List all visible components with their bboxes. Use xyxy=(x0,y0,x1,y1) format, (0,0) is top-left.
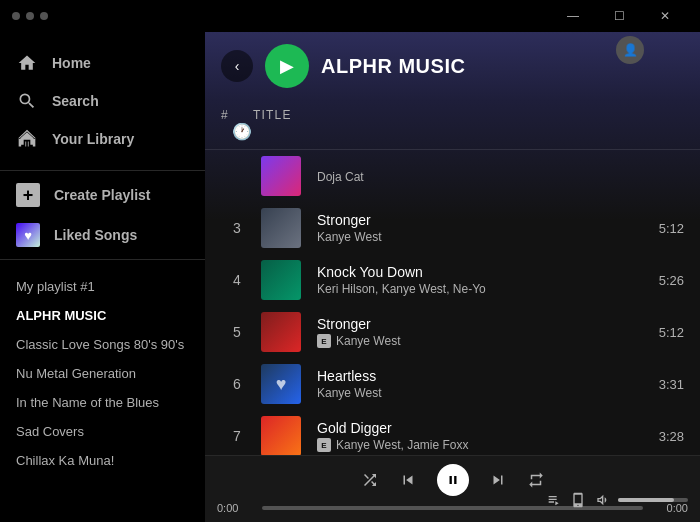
track-info: Gold Digger EKanye West, Jamie Foxx xyxy=(317,420,616,453)
track-num: 7 xyxy=(221,428,253,444)
track-thumbnail xyxy=(261,260,301,300)
track-artist: Kanye West xyxy=(317,386,616,400)
track-title: Stronger xyxy=(317,316,616,332)
library-label: Your Library xyxy=(52,131,134,147)
table-row[interactable]: 6 ♥ Heartless Kanye West 3:31 xyxy=(205,358,700,410)
track-artist: Kanye West xyxy=(317,230,616,244)
shuffle-button[interactable] xyxy=(361,471,379,489)
col-duration-icon: 🕐 xyxy=(221,122,253,141)
user-avatar[interactable]: 👤 xyxy=(616,36,644,64)
sidebar-item-search[interactable]: Search xyxy=(0,82,205,120)
search-icon xyxy=(16,90,38,112)
table-row[interactable]: 4 Knock You Down Keri Hilson, Kanye West… xyxy=(205,254,700,306)
dot-1 xyxy=(12,12,20,20)
track-thumbnail: ♥ xyxy=(261,364,301,404)
playlist-item[interactable]: In the Name of the Blues xyxy=(0,388,205,417)
track-title: Gold Digger xyxy=(317,420,616,436)
track-title: Stronger xyxy=(317,212,616,228)
sidebar-divider-1 xyxy=(0,170,205,171)
pause-button[interactable] xyxy=(437,464,469,496)
library-icon xyxy=(16,128,38,150)
track-info: Stronger EKanye West xyxy=(317,316,616,349)
create-playlist-item[interactable]: + Create Playlist xyxy=(0,175,205,215)
track-info: Knock You Down Keri Hilson, Kanye West, … xyxy=(317,264,616,296)
track-num: 5 xyxy=(221,324,253,340)
table-row[interactable]: 3 Stronger Kanye West 5:12 xyxy=(205,202,700,254)
playlist-item[interactable]: Sad Covers xyxy=(0,417,205,446)
repeat-button[interactable] xyxy=(527,471,545,489)
track-info: Heartless Kanye West xyxy=(317,368,616,400)
table-row[interactable]: 7 Gold Digger EKanye West, Jamie Foxx 3:… xyxy=(205,410,700,455)
track-duration: 5:26 xyxy=(624,273,684,288)
time-current: 0:00 xyxy=(217,502,252,514)
col-num: # xyxy=(221,108,253,122)
table-row[interactable]: 5 Stronger EKanye West 5:12 xyxy=(205,306,700,358)
track-thumbnail xyxy=(261,416,301,455)
liked-songs-item[interactable]: ♥ Liked Songs xyxy=(0,215,205,255)
sidebar-item-home[interactable]: Home xyxy=(0,44,205,82)
dot-2 xyxy=(26,12,34,20)
playlist-item[interactable]: Nu Metal Generation xyxy=(0,359,205,388)
playlist-item[interactable]: My playlist #1 xyxy=(0,272,205,301)
explicit-badge: E xyxy=(317,438,331,452)
track-num: 6 xyxy=(221,376,253,392)
track-rows: Doja Cat 3 Stronger Kanye West 5:12 4 Kn… xyxy=(205,150,700,455)
device-button[interactable] xyxy=(570,492,586,508)
track-thumbnail xyxy=(261,208,301,248)
track-artist: EKanye West, Jamie Foxx xyxy=(317,438,616,453)
volume-fill xyxy=(618,498,674,502)
volume-bar[interactable] xyxy=(618,498,688,502)
home-icon xyxy=(16,52,38,74)
track-duration: 3:31 xyxy=(624,377,684,392)
player-bar: 0:00 0:00 xyxy=(205,455,700,522)
track-duration: 3:28 xyxy=(624,429,684,444)
next-button[interactable] xyxy=(489,471,507,489)
main-layout: Home Search Your Library xyxy=(0,32,700,522)
track-artist: Keri Hilson, Kanye West, Ne-Yo xyxy=(317,282,616,296)
liked-songs-label: Liked Songs xyxy=(54,227,137,243)
explicit-badge: E xyxy=(317,334,331,348)
playlist-list: My playlist #1ALPHR MUSICClassic Love So… xyxy=(0,264,205,483)
track-title: Knock You Down xyxy=(317,264,616,280)
close-button[interactable]: ✕ xyxy=(642,0,688,32)
volume-button[interactable] xyxy=(594,492,610,508)
content-area: 👤 ‹ ▶ ALPHR MUSIC # TITLE 🕐 Doja Cat 3 xyxy=(205,32,700,522)
col-title: TITLE xyxy=(253,108,684,122)
back-button[interactable]: ‹ xyxy=(221,50,253,82)
track-duration: 5:12 xyxy=(624,221,684,236)
right-controls xyxy=(546,492,688,508)
home-label: Home xyxy=(52,55,91,71)
search-label: Search xyxy=(52,93,99,109)
track-title: Heartless xyxy=(317,368,616,384)
window-dots xyxy=(12,12,48,20)
track-duration: 5:12 xyxy=(624,325,684,340)
track-artist: EKanye West xyxy=(317,334,616,349)
prev-button[interactable] xyxy=(399,471,417,489)
playlist-title: ALPHR MUSIC xyxy=(321,55,465,78)
playlist-item[interactable]: Chillax Ka Muna! xyxy=(0,446,205,475)
minimize-button[interactable]: — xyxy=(550,0,596,32)
playlist-item[interactable]: Classic Love Songs 80's 90's xyxy=(0,330,205,359)
track-artist: Doja Cat xyxy=(317,170,616,184)
track-thumbnail xyxy=(261,156,301,196)
dot-3 xyxy=(40,12,48,20)
track-info: Stronger Kanye West xyxy=(317,212,616,244)
track-thumbnail xyxy=(261,312,301,352)
track-info: Doja Cat xyxy=(317,168,616,184)
table-row[interactable]: Doja Cat xyxy=(205,150,700,202)
sidebar-item-library[interactable]: Your Library xyxy=(0,120,205,158)
track-list-container[interactable]: # TITLE 🕐 Doja Cat 3 Stronger Kanye West… xyxy=(205,100,700,455)
track-num: 4 xyxy=(221,272,253,288)
playlist-item[interactable]: ALPHR MUSIC xyxy=(0,301,205,330)
create-playlist-label: Create Playlist xyxy=(54,187,151,203)
liked-songs-icon: ♥ xyxy=(16,223,40,247)
track-num: 3 xyxy=(221,220,253,236)
maximize-button[interactable]: ☐ xyxy=(596,0,642,32)
create-playlist-icon: + xyxy=(16,183,40,207)
nav-items: Home Search Your Library xyxy=(0,32,205,166)
track-list-header: # TITLE 🕐 xyxy=(205,100,700,150)
queue-button[interactable] xyxy=(546,492,562,508)
sidebar-divider-2 xyxy=(0,259,205,260)
sidebar: Home Search Your Library xyxy=(0,32,205,522)
play-large-button[interactable]: ▶ xyxy=(265,44,309,88)
